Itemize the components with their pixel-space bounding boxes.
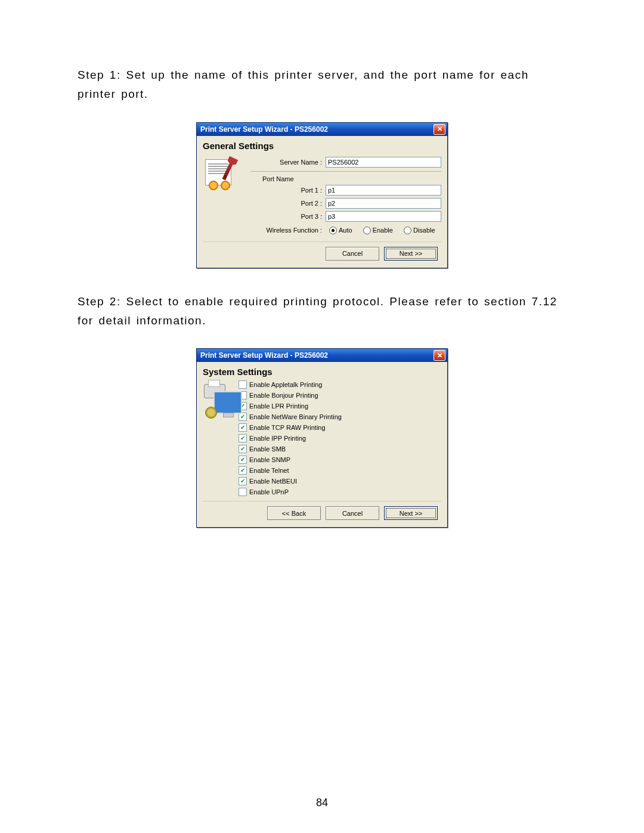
protocol-item[interactable]: Enable UPnP (239, 488, 441, 496)
checkbox-icon: ✔ (239, 477, 247, 485)
checkbox-icon: ✔ (239, 466, 247, 475)
dialog-general-settings: Print Server Setup Wizard - PS256002 ✕ G… (196, 122, 448, 268)
wireless-function-label: Wireless Function : (250, 227, 326, 234)
step2-text: Step 2: Select to enable required printi… (78, 292, 566, 331)
protocol-label: Enable SMB (249, 445, 286, 453)
cancel-button[interactable]: Cancel (326, 506, 379, 520)
protocol-label: Enable Appletalk Printing (249, 381, 322, 388)
titlebar: Print Server Setup Wizard - PS256002 ✕ (197, 349, 447, 362)
protocol-item[interactable]: ✔Enable TCP RAW Printing (239, 423, 441, 432)
port2-input[interactable] (326, 198, 441, 209)
protocol-label: Enable NetWare Binary Printing (249, 413, 342, 420)
protocol-label: Enable Bonjour Printing (249, 392, 318, 399)
protocol-label: Enable TCP RAW Printing (249, 424, 326, 431)
radio-icon (363, 227, 371, 234)
back-button[interactable]: << Back (267, 506, 321, 520)
protocol-label: Enable NetBEUI (249, 478, 297, 485)
checkbox-icon: ✔ (239, 434, 247, 442)
dialog-system-settings: Print Server Setup Wizard - PS256002 ✕ S… (196, 348, 448, 528)
wireless-disable-radio[interactable]: Disable (404, 227, 435, 234)
wireless-enable-radio[interactable]: Enable (363, 227, 393, 234)
protocol-item[interactable]: ✔Enable IPP Printing (239, 434, 441, 442)
server-name-label: Server Name : (250, 159, 326, 166)
port3-label: Port 3 : (250, 213, 326, 220)
section-heading: General Settings (203, 141, 441, 151)
port1-label: Port 1 : (250, 187, 326, 194)
dialog2-title: Print Server Setup Wizard - PS256002 (200, 351, 328, 360)
port-name-heading: Port Name (262, 175, 441, 182)
protocol-item[interactable]: ✔Enable LPR Printing (239, 402, 441, 410)
port2-label: Port 2 : (250, 200, 326, 207)
checkbox-icon: ✔ (239, 456, 247, 464)
next-button[interactable]: Next >> (384, 247, 438, 261)
protocol-label: Enable UPnP (249, 488, 289, 496)
protocol-label: Enable Telnet (249, 467, 289, 474)
wireless-enable-label: Enable (373, 227, 393, 234)
next-button[interactable]: Next >> (384, 506, 438, 520)
checkbox-icon: ✔ (239, 445, 247, 453)
system-icon (203, 380, 250, 420)
divider (250, 171, 441, 172)
dialog1-title: Print Server Setup Wizard - PS256002 (200, 125, 328, 134)
wireless-disable-label: Disable (413, 227, 435, 234)
protocol-list: Enable Appletalk PrintingEnable Bonjour … (239, 380, 441, 496)
section-heading: System Settings (203, 367, 441, 377)
checkbox-icon (239, 488, 247, 496)
protocol-item[interactable]: ✔Enable Telnet (239, 466, 441, 475)
step1-text: Step 1: Set up the name of this printer … (78, 66, 566, 104)
server-name-input[interactable] (326, 157, 441, 168)
settings-icon (203, 154, 250, 190)
titlebar: Print Server Setup Wizard - PS256002 ✕ (197, 123, 447, 136)
protocol-label: Enable LPR Printing (249, 402, 308, 410)
port1-input[interactable] (326, 185, 441, 196)
port3-input[interactable] (326, 211, 441, 222)
protocol-item[interactable]: Enable Bonjour Printing (239, 391, 441, 400)
protocol-item[interactable]: ✔Enable SMB (239, 445, 441, 453)
protocol-label: Enable IPP Printing (249, 435, 306, 442)
protocol-item[interactable]: ✔Enable NetBEUI (239, 477, 441, 485)
wireless-auto-label: Auto (339, 227, 352, 234)
wireless-auto-radio[interactable]: Auto (329, 227, 352, 234)
protocol-item[interactable]: ✔Enable NetWare Binary Printing (239, 413, 441, 421)
close-icon[interactable]: ✕ (434, 124, 445, 135)
close-icon[interactable]: ✕ (434, 350, 445, 361)
cancel-button[interactable]: Cancel (326, 247, 379, 261)
checkbox-icon: ✔ (239, 423, 247, 432)
wireless-radio-group: Auto Enable Disable (329, 227, 435, 234)
radio-icon (404, 227, 411, 234)
protocol-item[interactable]: Enable Appletalk Printing (239, 380, 441, 389)
protocol-item[interactable]: ✔Enable SNMP (239, 456, 441, 464)
protocol-label: Enable SNMP (249, 456, 290, 463)
page-number: 84 (0, 797, 644, 809)
radio-icon (329, 227, 337, 234)
